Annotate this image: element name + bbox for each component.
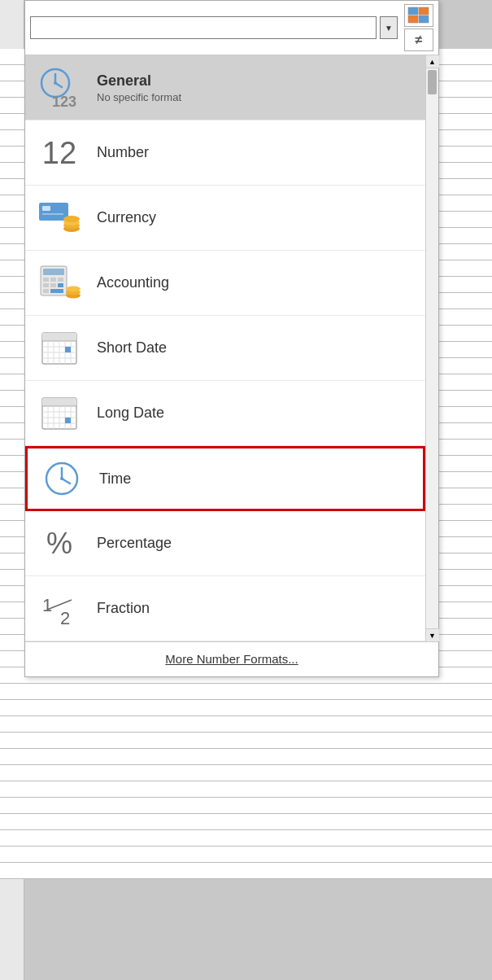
svg-point-15: [63, 216, 80, 222]
svg-rect-23: [58, 283, 63, 287]
svg-rect-53: [65, 418, 71, 423]
svg-rect-10: [42, 206, 50, 211]
dropdown-arrow-button[interactable]: ▼: [380, 16, 398, 39]
conditional-format-icon-button[interactable]: [404, 4, 433, 27]
menu-item-fraction[interactable]: 1 2 Fraction: [25, 576, 425, 641]
not-equal-icon-button[interactable]: ≠: [404, 28, 433, 51]
svg-rect-22: [50, 283, 56, 287]
svg-rect-0: [408, 7, 418, 15]
svg-text:1: 1: [42, 595, 52, 615]
menu-scroll-area: 123 General No specific format 12 Number: [25, 55, 438, 641]
menu-item-short-date[interactable]: Short Date: [25, 316, 425, 381]
svg-rect-20: [58, 278, 63, 282]
svg-line-7: [55, 83, 62, 87]
scrollbar-down-button[interactable]: ▼: [426, 628, 439, 641]
accounting-text: Accounting: [97, 274, 416, 291]
svg-text:123: 123: [52, 94, 76, 108]
short-date-label: Short Date: [97, 339, 416, 357]
format-input[interactable]: [30, 16, 377, 39]
menu-items-list: 123 General No specific format 12 Number: [25, 55, 425, 641]
format-dropdown: ▼ ≠: [24, 0, 439, 677]
scrollbar-up-button[interactable]: ▲: [426, 55, 439, 68]
svg-rect-31: [42, 333, 76, 335]
menu-item-time[interactable]: Time: [25, 446, 425, 511]
menu-item-number[interactable]: 12 Number: [25, 120, 425, 186]
menu-item-currency[interactable]: Currency: [25, 186, 425, 251]
general-icon: 123: [35, 68, 84, 108]
long-date-icon: [35, 395, 84, 432]
input-bar: ▼ ≠: [25, 1, 438, 55]
svg-rect-41: [65, 347, 71, 352]
scroll-down-arrow-icon: ▼: [429, 632, 436, 640]
number-icon: 12: [35, 138, 84, 168]
fraction-label: Fraction: [97, 600, 416, 617]
scrollbar-thumb[interactable]: [428, 70, 437, 94]
menu-item-accounting[interactable]: Accounting: [25, 251, 425, 316]
accounting-icon: [35, 265, 84, 302]
svg-text:2: 2: [60, 608, 70, 628]
scrollbar-track: [426, 68, 438, 628]
long-date-text: Long Date: [97, 405, 416, 422]
general-label: General: [97, 72, 416, 90]
currency-label: Currency: [97, 209, 416, 226]
currency-text: Currency: [97, 209, 416, 226]
more-formats-link[interactable]: More Number Formats...: [165, 652, 298, 666]
grid-color-icon: [407, 7, 430, 24]
chevron-down-icon: ▼: [385, 24, 393, 33]
accounting-label: Accounting: [97, 274, 416, 291]
short-date-text: Short Date: [97, 339, 416, 357]
scrollbar: ▲ ▼: [425, 55, 438, 641]
not-equal-icon: ≠: [416, 33, 423, 47]
svg-line-57: [62, 479, 70, 483]
svg-rect-19: [50, 278, 56, 282]
percentage-icon: %: [35, 529, 84, 558]
time-label: Time: [99, 470, 413, 488]
svg-point-28: [66, 286, 81, 291]
currency-icon: [35, 199, 84, 237]
menu-item-percentage[interactable]: % Percentage: [25, 511, 425, 576]
menu-item-long-date[interactable]: Long Date: [25, 381, 425, 446]
menu-footer: More Number Formats...: [25, 641, 438, 676]
general-text: General No specific format: [97, 72, 416, 103]
svg-rect-24: [43, 289, 49, 293]
long-date-label: Long Date: [97, 405, 416, 422]
svg-rect-43: [42, 398, 76, 406]
number-label: Number: [97, 144, 416, 161]
time-icon: [37, 461, 86, 497]
percentage-label: Percentage: [97, 535, 416, 552]
svg-rect-18: [43, 278, 49, 282]
time-text: Time: [99, 470, 413, 488]
svg-rect-3: [419, 15, 429, 23]
svg-rect-21: [43, 283, 49, 287]
percentage-text: Percentage: [97, 535, 416, 552]
svg-rect-2: [408, 15, 418, 23]
short-date-icon: [35, 330, 84, 367]
fraction-text: Fraction: [97, 600, 416, 617]
general-sublabel: No specific format: [97, 91, 416, 103]
svg-rect-1: [419, 7, 429, 15]
menu-item-general[interactable]: 123 General No specific format: [25, 55, 425, 120]
fraction-icon: 1 2: [35, 588, 84, 629]
number-text: Number: [97, 144, 416, 161]
scroll-up-arrow-icon: ▲: [429, 58, 436, 66]
svg-rect-25: [50, 289, 63, 293]
svg-rect-17: [43, 269, 64, 275]
